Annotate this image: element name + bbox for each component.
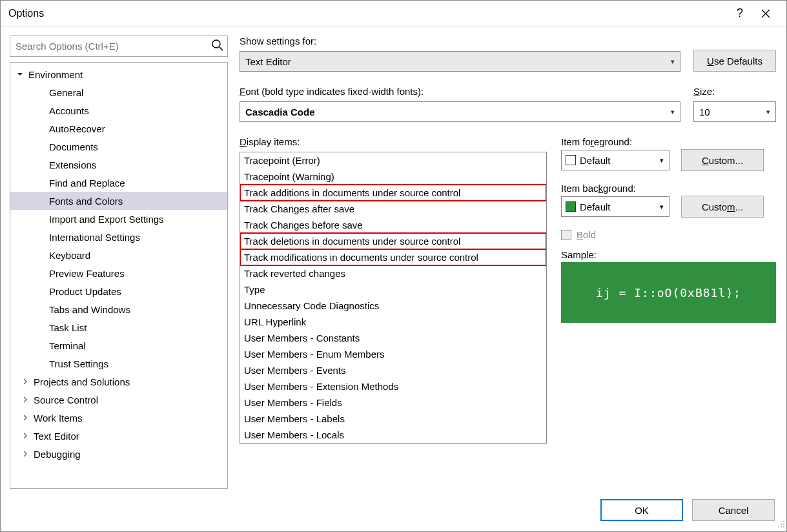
use-defaults-button[interactable]: Use Defaults: [693, 50, 776, 72]
display-item[interactable]: User Members - Locals: [240, 427, 546, 443]
chevron-down-icon: ▾: [671, 108, 675, 116]
display-item[interactable]: Track modifications in documents under s…: [240, 249, 546, 265]
tree-item-general[interactable]: General: [10, 83, 227, 101]
expand-icon[interactable]: [22, 433, 32, 439]
tree-item-find-replace[interactable]: Find and Replace: [10, 174, 227, 192]
svg-point-6: [783, 526, 784, 527]
chevron-down-icon: ▾: [660, 203, 664, 211]
tree-item-keyboard[interactable]: Keyboard: [10, 246, 227, 264]
svg-point-2: [781, 524, 782, 525]
display-item[interactable]: User Members - Enum Members: [240, 346, 546, 362]
cancel-button[interactable]: Cancel: [692, 499, 775, 521]
collapse-icon[interactable]: [17, 71, 27, 77]
display-item[interactable]: User Members - Constants: [240, 330, 546, 346]
bold-checkbox: [561, 230, 571, 240]
sample-preview: ij = I::oO(0xB81l);: [561, 262, 776, 323]
font-select[interactable]: Cascadia Code ▾: [240, 101, 680, 122]
tree-node-projects-solutions[interactable]: Projects and Solutions: [10, 373, 227, 391]
tree-item-fonts-and-colors[interactable]: Fonts and Colors: [10, 192, 227, 210]
display-item[interactable]: Type: [240, 281, 546, 298]
display-item[interactable]: URL Hyperlink: [240, 314, 546, 330]
display-items-list[interactable]: Tracepoint (Error)Tracepoint (Warning)Tr…: [240, 152, 547, 444]
color-swatch-icon: [566, 201, 576, 212]
item-foreground-select[interactable]: Default ▾: [561, 150, 669, 170]
display-item[interactable]: Track Changes after save: [240, 201, 546, 217]
tree-label: Environment: [28, 69, 83, 80]
tree-node-work-items[interactable]: Work Items: [10, 409, 227, 427]
expand-icon[interactable]: [22, 451, 32, 457]
ok-button[interactable]: OK: [600, 499, 683, 521]
resize-grip-icon[interactable]: [777, 520, 785, 530]
options-tree[interactable]: Environment General Accounts AutoRecover…: [10, 62, 228, 489]
chevron-down-icon: ▾: [766, 108, 770, 116]
display-item[interactable]: Track additions in documents under sourc…: [240, 185, 546, 201]
expand-icon[interactable]: [22, 414, 32, 421]
tree-item-accounts[interactable]: Accounts: [10, 101, 227, 119]
display-item[interactable]: User Members - Labels: [240, 411, 546, 427]
display-item[interactable]: Unnecessary Code Diagnostics: [240, 298, 546, 314]
window-title: Options: [8, 8, 727, 19]
color-swatch-icon: [566, 155, 576, 165]
bold-label: Bold: [577, 229, 596, 240]
tree-node-source-control[interactable]: Source Control: [10, 391, 227, 409]
tree-item-documents[interactable]: Documents: [10, 138, 227, 156]
svg-point-4: [778, 526, 779, 527]
tree-item-autorecover[interactable]: AutoRecover: [10, 119, 227, 138]
display-item[interactable]: Track deletions in documents under sourc…: [240, 233, 546, 249]
size-select[interactable]: 10 ▾: [693, 101, 776, 122]
display-item[interactable]: User Members - Events: [240, 362, 546, 378]
tree-item-import-export[interactable]: Import and Export Settings: [10, 210, 227, 228]
display-items-label: Display items:: [240, 136, 547, 147]
item-background-select[interactable]: Default ▾: [561, 196, 669, 217]
search-input[interactable]: [10, 36, 228, 57]
help-icon[interactable]: ?: [727, 6, 753, 20]
svg-point-5: [781, 526, 782, 527]
custom-background-button[interactable]: Custom...: [681, 196, 764, 218]
font-label: Font (bold type indicates fixed-width fo…: [240, 86, 680, 97]
size-label: Size:: [693, 86, 776, 97]
expand-icon[interactable]: [22, 378, 32, 385]
chevron-down-icon: ▾: [660, 156, 664, 165]
tree-item-task-list[interactable]: Task List: [10, 318, 227, 336]
custom-foreground-button[interactable]: Custom...: [681, 149, 764, 171]
show-settings-label: Show settings for:: [240, 36, 680, 46]
tree-node-text-editor[interactable]: Text Editor: [10, 427, 227, 445]
item-bg-label: Item background:: [561, 183, 776, 194]
close-icon[interactable]: [753, 9, 779, 18]
chevron-down-icon: ▾: [671, 57, 675, 66]
show-settings-select[interactable]: Text Editor ▾: [240, 51, 680, 72]
item-fg-label: Item foreground:: [561, 136, 776, 147]
tree-item-terminal[interactable]: Terminal: [10, 336, 227, 354]
tree-item-preview-features[interactable]: Preview Features: [10, 264, 227, 282]
tree-node-debugging[interactable]: Debugging: [10, 445, 227, 463]
tree-node-environment[interactable]: Environment: [10, 65, 227, 83]
display-item[interactable]: Tracepoint (Warning): [240, 169, 546, 185]
tree-item-extensions[interactable]: Extensions: [10, 156, 227, 174]
tree-item-product-updates[interactable]: Product Updates: [10, 282, 227, 300]
display-item[interactable]: Tracepoint (Error): [240, 152, 546, 169]
display-item[interactable]: Track Changes before save: [240, 217, 546, 233]
expand-icon[interactable]: [22, 396, 32, 403]
svg-point-1: [783, 521, 784, 522]
display-item[interactable]: User Members - Fields: [240, 394, 546, 411]
tree-item-tabs-windows[interactable]: Tabs and Windows: [10, 300, 227, 318]
display-item[interactable]: User Members - Extension Methods: [240, 378, 546, 394]
tree-item-intl-settings[interactable]: International Settings: [10, 228, 227, 246]
tree-item-trust-settings[interactable]: Trust Settings: [10, 354, 227, 373]
sample-label: Sample:: [561, 249, 776, 260]
svg-point-3: [783, 524, 784, 525]
display-item[interactable]: Track reverted changes: [240, 265, 546, 281]
